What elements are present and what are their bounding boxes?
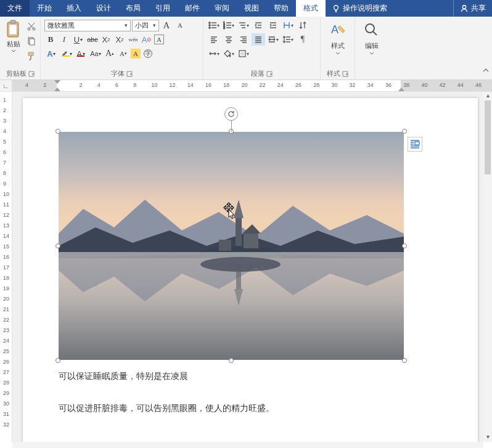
dialog-launcher-font[interactable]	[126, 71, 133, 77]
line-spacing-button[interactable]: ▾	[281, 33, 295, 46]
underline-button[interactable]: U▾	[72, 33, 85, 46]
enclose-chars-button[interactable]: 字	[142, 47, 154, 60]
paste-button[interactable]: 粘贴	[4, 19, 23, 53]
font-name-selector[interactable]: 微软雅黑▾	[44, 20, 131, 31]
clear-formatting-button[interactable]: A⊘	[141, 33, 153, 46]
align-center-button[interactable]	[222, 33, 236, 46]
vertical-scrollbar[interactable]: ▴ ▾	[483, 92, 492, 442]
svg-point-1	[462, 5, 465, 8]
group-paragraph: ▾ 123▾ ▾ ▾ ▾ ▾ ¶ ▾ ▾ ▾	[203, 17, 321, 79]
vertical-ruler[interactable]: 1234567891011121314151617181920212223242…	[0, 92, 12, 442]
editing-label: 编辑	[365, 41, 379, 51]
align-left-button[interactable]	[207, 33, 221, 46]
justify-button[interactable]	[252, 33, 265, 46]
shrink-font-2-button[interactable]: A▾	[117, 47, 129, 60]
scroll-up-button[interactable]: ▴	[486, 92, 490, 100]
svg-rect-21	[236, 218, 242, 246]
document-page[interactable]: 可以保证睡眠质量，特别是在凌晨 可以促进肝脏排毒，可以告别黑眼圈，使人的精力旺盛…	[23, 98, 478, 442]
multilevel-list-button[interactable]: ▾	[237, 19, 250, 31]
show-hide-marks-button[interactable]: ¶	[296, 33, 310, 46]
body-paragraph-2[interactable]: 可以促进肝脏排毒，可以告别黑眼圈，使人的精力旺盛。	[59, 401, 274, 415]
collapse-ribbon-button[interactable]	[482, 65, 490, 76]
tab-view[interactable]: 视图	[237, 0, 266, 17]
tab-design[interactable]: 设计	[89, 0, 118, 17]
bullets-button[interactable]: ▾	[207, 19, 221, 31]
sort-button[interactable]	[296, 19, 310, 31]
tab-insert[interactable]: 插入	[59, 0, 89, 17]
font-size-selector[interactable]: 小四▾	[132, 20, 159, 31]
shading-button[interactable]: ▾	[222, 47, 236, 60]
tab-help[interactable]: 帮助	[266, 0, 296, 17]
distribute-button[interactable]: ▾	[266, 33, 280, 46]
phonetic-guide-button[interactable]: wén	[127, 33, 139, 46]
scroll-thumb[interactable]	[485, 100, 491, 174]
svg-rect-25	[219, 240, 231, 251]
change-case-button[interactable]: Aa▾	[89, 47, 102, 60]
grow-font-button[interactable]: A	[160, 19, 173, 31]
char-scale-button[interactable]: ▾	[207, 47, 221, 60]
styles-group-label: 样式	[327, 69, 340, 78]
clipboard-icon	[4, 19, 23, 39]
tab-home[interactable]: 开始	[30, 0, 59, 17]
shrink-font-button[interactable]: A	[174, 19, 186, 31]
superscript-button[interactable]: X2	[113, 33, 126, 46]
scissors-icon	[27, 22, 36, 31]
dialog-launcher-styles[interactable]	[342, 71, 348, 77]
layout-options-button[interactable]	[408, 137, 422, 152]
chevron-down-icon	[369, 52, 374, 55]
styles-button[interactable]: A 样式	[323, 18, 353, 55]
tab-format[interactable]: 格式	[296, 0, 326, 17]
dialog-launcher-paragraph[interactable]	[266, 71, 273, 77]
format-painter-button[interactable]	[25, 50, 38, 62]
ruler-area: ∟ 42246810121416182022242628303234363840…	[0, 80, 492, 92]
decrease-indent-button[interactable]	[252, 19, 265, 31]
text-effects-button[interactable]: A▾	[44, 47, 58, 60]
rotate-handle[interactable]	[224, 107, 238, 121]
tab-mailings[interactable]: 邮件	[178, 0, 207, 17]
svg-rect-9	[28, 52, 33, 55]
char-border-button[interactable]: A	[154, 35, 164, 44]
tab-file[interactable]: 文件	[0, 0, 30, 17]
scroll-down-button[interactable]: ▾	[486, 433, 490, 442]
highlight-button[interactable]: ▾	[59, 47, 73, 60]
align-right-button[interactable]	[237, 33, 250, 46]
asian-layout-button[interactable]: ▾	[281, 19, 295, 31]
svg-rect-23	[244, 234, 258, 248]
italic-button[interactable]: I	[58, 33, 70, 46]
svg-rect-4	[9, 25, 17, 35]
horizontal-ruler[interactable]: 4224681012141618202224262830323436384042…	[12, 80, 492, 91]
tell-me-search[interactable]: 操作说明搜索	[326, 0, 393, 17]
subscript-button[interactable]: X2	[100, 33, 112, 46]
tab-bar: 文件 开始 插入 设计 布局 引用 邮件 审阅 视图 帮助 格式 操作说明搜索 …	[0, 0, 492, 17]
landscape-photo	[59, 132, 404, 360]
svg-point-10	[209, 22, 210, 23]
tab-references[interactable]: 引用	[148, 0, 178, 17]
body-paragraph-1[interactable]: 可以保证睡眠质量，特别是在凌晨	[59, 369, 188, 383]
grow-font-2-button[interactable]: A▴	[104, 47, 116, 60]
copy-button[interactable]	[25, 35, 38, 47]
tab-selector[interactable]: ∟	[0, 80, 12, 91]
dialog-launcher-clipboard[interactable]	[28, 71, 35, 77]
svg-point-0	[334, 5, 338, 9]
numbering-button[interactable]: 123▾	[222, 19, 236, 31]
paragraph-group-label: 段落	[251, 69, 264, 78]
document-area: 可以保证睡眠质量，特别是在凌晨 可以促进肝脏排毒，可以告别黑眼圈，使人的精力旺盛…	[12, 92, 483, 442]
font-group-label: 字体	[111, 69, 125, 78]
strikethrough-button[interactable]: abc	[86, 33, 99, 46]
cut-button[interactable]	[25, 20, 38, 33]
tab-review[interactable]: 审阅	[207, 0, 237, 17]
increase-indent-button[interactable]	[266, 19, 280, 31]
share-button[interactable]: 共享	[453, 0, 492, 17]
editing-button[interactable]: 编辑	[357, 18, 387, 55]
share-icon	[460, 4, 469, 13]
char-shading-button[interactable]: A	[131, 49, 141, 59]
tell-me-label: 操作说明搜索	[343, 3, 387, 14]
tab-layout[interactable]: 布局	[118, 0, 148, 17]
svg-point-12	[209, 27, 210, 28]
selected-image[interactable]	[59, 132, 404, 360]
font-color-button[interactable]: A▾	[74, 47, 88, 60]
borders-button[interactable]: ▾	[237, 47, 250, 60]
bold-button[interactable]: B	[44, 33, 57, 46]
share-label: 共享	[471, 3, 486, 14]
horizontal-scrollbar[interactable]	[12, 442, 483, 448]
